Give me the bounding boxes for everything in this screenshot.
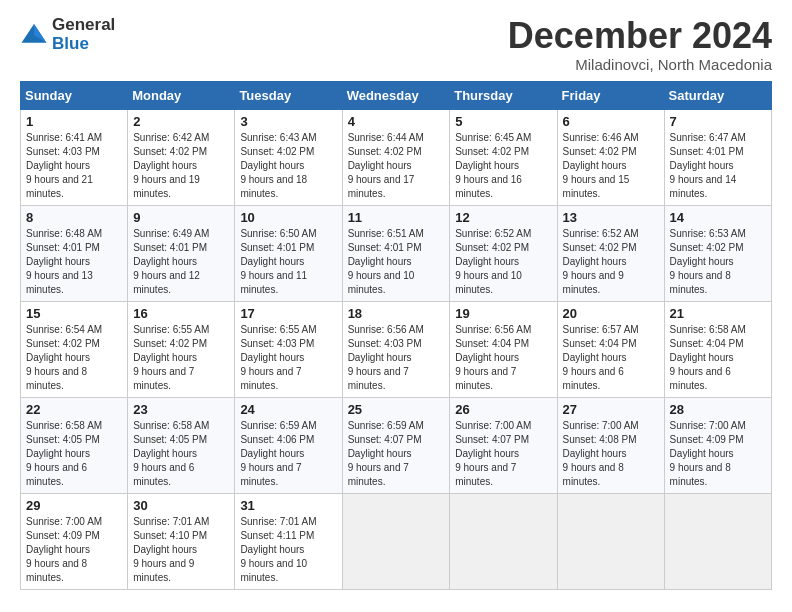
calendar-cell: 28 Sunrise: 7:00 AM Sunset: 4:09 PM Dayl… (664, 397, 771, 493)
page-header: General Blue December 2024 Miladinovci, … (20, 16, 772, 73)
calendar-cell: 21 Sunrise: 6:58 AM Sunset: 4:04 PM Dayl… (664, 301, 771, 397)
calendar-cell: 18 Sunrise: 6:56 AM Sunset: 4:03 PM Dayl… (342, 301, 450, 397)
calendar-cell: 6 Sunrise: 6:46 AM Sunset: 4:02 PM Dayli… (557, 109, 664, 205)
day-number: 16 (133, 306, 229, 321)
day-number: 19 (455, 306, 551, 321)
day-info: Sunrise: 6:59 AM Sunset: 4:06 PM Dayligh… (240, 419, 336, 489)
calendar-title: December 2024 (508, 16, 772, 56)
day-info: Sunrise: 6:58 AM Sunset: 4:04 PM Dayligh… (670, 323, 766, 393)
week-row-5: 29 Sunrise: 7:00 AM Sunset: 4:09 PM Dayl… (21, 493, 772, 589)
calendar-cell (557, 493, 664, 589)
week-row-2: 8 Sunrise: 6:48 AM Sunset: 4:01 PM Dayli… (21, 205, 772, 301)
day-number: 9 (133, 210, 229, 225)
day-info: Sunrise: 6:49 AM Sunset: 4:01 PM Dayligh… (133, 227, 229, 297)
calendar-cell: 9 Sunrise: 6:49 AM Sunset: 4:01 PM Dayli… (128, 205, 235, 301)
col-thursday: Thursday (450, 81, 557, 109)
calendar-cell: 31 Sunrise: 7:01 AM Sunset: 4:11 PM Dayl… (235, 493, 342, 589)
day-number: 5 (455, 114, 551, 129)
week-row-1: 1 Sunrise: 6:41 AM Sunset: 4:03 PM Dayli… (21, 109, 772, 205)
day-info: Sunrise: 6:51 AM Sunset: 4:01 PM Dayligh… (348, 227, 445, 297)
col-monday: Monday (128, 81, 235, 109)
logo-blue-text: Blue (52, 35, 115, 54)
day-info: Sunrise: 6:57 AM Sunset: 4:04 PM Dayligh… (563, 323, 659, 393)
day-number: 4 (348, 114, 445, 129)
day-info: Sunrise: 6:55 AM Sunset: 4:02 PM Dayligh… (133, 323, 229, 393)
day-info: Sunrise: 6:48 AM Sunset: 4:01 PM Dayligh… (26, 227, 122, 297)
calendar-subtitle: Miladinovci, North Macedonia (508, 56, 772, 73)
day-number: 23 (133, 402, 229, 417)
calendar-cell: 1 Sunrise: 6:41 AM Sunset: 4:03 PM Dayli… (21, 109, 128, 205)
day-number: 31 (240, 498, 336, 513)
calendar-cell: 13 Sunrise: 6:52 AM Sunset: 4:02 PM Dayl… (557, 205, 664, 301)
day-info: Sunrise: 6:59 AM Sunset: 4:07 PM Dayligh… (348, 419, 445, 489)
calendar-cell: 30 Sunrise: 7:01 AM Sunset: 4:10 PM Dayl… (128, 493, 235, 589)
day-info: Sunrise: 6:42 AM Sunset: 4:02 PM Dayligh… (133, 131, 229, 201)
col-friday: Friday (557, 81, 664, 109)
day-info: Sunrise: 6:55 AM Sunset: 4:03 PM Dayligh… (240, 323, 336, 393)
day-number: 21 (670, 306, 766, 321)
calendar-cell (342, 493, 450, 589)
week-row-3: 15 Sunrise: 6:54 AM Sunset: 4:02 PM Dayl… (21, 301, 772, 397)
day-number: 8 (26, 210, 122, 225)
calendar-cell: 20 Sunrise: 6:57 AM Sunset: 4:04 PM Dayl… (557, 301, 664, 397)
calendar-header-row: Sunday Monday Tuesday Wednesday Thursday… (21, 81, 772, 109)
col-saturday: Saturday (664, 81, 771, 109)
day-number: 7 (670, 114, 766, 129)
calendar-cell: 27 Sunrise: 7:00 AM Sunset: 4:08 PM Dayl… (557, 397, 664, 493)
day-number: 27 (563, 402, 659, 417)
day-info: Sunrise: 6:44 AM Sunset: 4:02 PM Dayligh… (348, 131, 445, 201)
day-number: 10 (240, 210, 336, 225)
day-number: 29 (26, 498, 122, 513)
day-info: Sunrise: 6:56 AM Sunset: 4:03 PM Dayligh… (348, 323, 445, 393)
day-number: 2 (133, 114, 229, 129)
day-info: Sunrise: 7:00 AM Sunset: 4:08 PM Dayligh… (563, 419, 659, 489)
calendar-cell: 7 Sunrise: 6:47 AM Sunset: 4:01 PM Dayli… (664, 109, 771, 205)
day-number: 20 (563, 306, 659, 321)
day-info: Sunrise: 6:56 AM Sunset: 4:04 PM Dayligh… (455, 323, 551, 393)
day-info: Sunrise: 6:52 AM Sunset: 4:02 PM Dayligh… (455, 227, 551, 297)
calendar-cell: 4 Sunrise: 6:44 AM Sunset: 4:02 PM Dayli… (342, 109, 450, 205)
logo-general-text: General (52, 16, 115, 35)
calendar-cell: 17 Sunrise: 6:55 AM Sunset: 4:03 PM Dayl… (235, 301, 342, 397)
day-number: 6 (563, 114, 659, 129)
day-number: 13 (563, 210, 659, 225)
day-info: Sunrise: 6:46 AM Sunset: 4:02 PM Dayligh… (563, 131, 659, 201)
day-number: 26 (455, 402, 551, 417)
logo-text: General Blue (52, 16, 115, 53)
title-section: December 2024 Miladinovci, North Macedon… (508, 16, 772, 73)
day-info: Sunrise: 7:01 AM Sunset: 4:10 PM Dayligh… (133, 515, 229, 585)
calendar-cell: 8 Sunrise: 6:48 AM Sunset: 4:01 PM Dayli… (21, 205, 128, 301)
day-number: 1 (26, 114, 122, 129)
calendar-cell: 26 Sunrise: 7:00 AM Sunset: 4:07 PM Dayl… (450, 397, 557, 493)
day-info: Sunrise: 6:47 AM Sunset: 4:01 PM Dayligh… (670, 131, 766, 201)
day-info: Sunrise: 6:58 AM Sunset: 4:05 PM Dayligh… (26, 419, 122, 489)
calendar-cell (450, 493, 557, 589)
day-info: Sunrise: 6:50 AM Sunset: 4:01 PM Dayligh… (240, 227, 336, 297)
calendar-cell: 29 Sunrise: 7:00 AM Sunset: 4:09 PM Dayl… (21, 493, 128, 589)
day-number: 24 (240, 402, 336, 417)
day-info: Sunrise: 7:00 AM Sunset: 4:07 PM Dayligh… (455, 419, 551, 489)
day-number: 15 (26, 306, 122, 321)
calendar-cell: 24 Sunrise: 6:59 AM Sunset: 4:06 PM Dayl… (235, 397, 342, 493)
calendar-cell: 19 Sunrise: 6:56 AM Sunset: 4:04 PM Dayl… (450, 301, 557, 397)
day-info: Sunrise: 7:00 AM Sunset: 4:09 PM Dayligh… (26, 515, 122, 585)
calendar-cell: 5 Sunrise: 6:45 AM Sunset: 4:02 PM Dayli… (450, 109, 557, 205)
day-number: 25 (348, 402, 445, 417)
day-number: 11 (348, 210, 445, 225)
col-tuesday: Tuesday (235, 81, 342, 109)
day-number: 3 (240, 114, 336, 129)
calendar-table: Sunday Monday Tuesday Wednesday Thursday… (20, 81, 772, 590)
day-info: Sunrise: 6:53 AM Sunset: 4:02 PM Dayligh… (670, 227, 766, 297)
day-info: Sunrise: 6:45 AM Sunset: 4:02 PM Dayligh… (455, 131, 551, 201)
calendar-cell (664, 493, 771, 589)
day-info: Sunrise: 7:01 AM Sunset: 4:11 PM Dayligh… (240, 515, 336, 585)
day-info: Sunrise: 7:00 AM Sunset: 4:09 PM Dayligh… (670, 419, 766, 489)
day-info: Sunrise: 6:58 AM Sunset: 4:05 PM Dayligh… (133, 419, 229, 489)
day-info: Sunrise: 6:41 AM Sunset: 4:03 PM Dayligh… (26, 131, 122, 201)
col-sunday: Sunday (21, 81, 128, 109)
day-number: 14 (670, 210, 766, 225)
day-number: 18 (348, 306, 445, 321)
calendar-cell: 25 Sunrise: 6:59 AM Sunset: 4:07 PM Dayl… (342, 397, 450, 493)
day-number: 12 (455, 210, 551, 225)
logo: General Blue (20, 16, 115, 53)
